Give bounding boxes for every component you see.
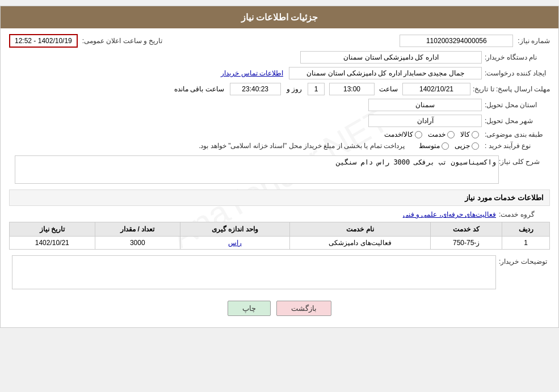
buttons-row: بازگشت چاپ bbox=[9, 295, 550, 322]
services-section-title: اطلاعات خدمات مورد نیاز bbox=[9, 189, 550, 206]
buyer-org-value: اداره کل دامپزشکی استان سمنان bbox=[300, 51, 482, 64]
category-radio-group: کالا خدمت کالا/خدمت bbox=[384, 130, 479, 138]
purchase-partial-label: جزیی bbox=[455, 142, 470, 150]
purchase-note: پرداخت تمام یا بخشی از مبلغ خریداز محل "… bbox=[199, 142, 405, 150]
deadline-days-value: 1 bbox=[308, 83, 325, 95]
table-header-qty: تعداد / مقدار bbox=[95, 222, 180, 237]
days-label: روز و bbox=[287, 85, 302, 93]
announce-date-value: 1402/10/19 - 12:52 bbox=[9, 34, 78, 48]
purchase-partial-option[interactable]: جزیی bbox=[455, 142, 479, 150]
hours-remaining-label: ساعت باقی مانده bbox=[174, 85, 224, 93]
deadline-remaining-value: 23:40:23 bbox=[230, 83, 281, 95]
category-both-radio[interactable] bbox=[415, 131, 422, 138]
need-desc-textarea[interactable] bbox=[15, 155, 499, 184]
purchase-type-label: نوع فرآیند خرید : bbox=[482, 142, 550, 150]
time-label: ساعت bbox=[379, 85, 398, 93]
province-label: استان محل تحویل: bbox=[482, 101, 550, 109]
back-button[interactable]: بازگشت bbox=[276, 301, 331, 316]
category-both-label: کالا/خدمت bbox=[384, 130, 413, 138]
purchase-type-radio-group: جزیی متوسط bbox=[419, 142, 479, 150]
category-goods-radio[interactable] bbox=[472, 131, 479, 138]
buyer-org-label: نام دستگاه خریدار: bbox=[482, 53, 550, 61]
need-number-label: شماره نیاز: bbox=[518, 37, 550, 45]
deadline-date-value: 1402/10/21 bbox=[402, 83, 470, 95]
need-number-value: 1102003294000056 bbox=[400, 35, 513, 47]
purchase-partial-radio[interactable] bbox=[472, 142, 479, 150]
table-header-date: تاریخ نیاز bbox=[10, 222, 95, 237]
page-title: جزئیات اطلاعات نیاز bbox=[241, 12, 318, 22]
table-header-row: ردیف bbox=[502, 222, 550, 237]
buyer-notes-textarea[interactable] bbox=[12, 255, 496, 289]
category-both-option[interactable]: کالا/خدمت bbox=[384, 130, 422, 138]
service-group-value[interactable]: فعالیت‌های حرفه‌ای، علمی و فنی bbox=[403, 210, 496, 218]
creator-label: ایجاد کننده درخواست: bbox=[482, 69, 550, 77]
category-service-radio[interactable] bbox=[447, 131, 455, 138]
service-group-label: گروه خدمت: bbox=[499, 210, 550, 218]
contact-info-link[interactable]: اطلاعات تماس خریدار bbox=[221, 69, 283, 77]
table-header-name: نام خدمت bbox=[289, 222, 431, 237]
city-value: آرادان bbox=[368, 115, 482, 127]
purchase-medium-label: متوسط bbox=[419, 142, 440, 150]
category-goods-label: کالا bbox=[460, 130, 470, 138]
need-desc-label: شرح کلی نیاز: bbox=[499, 155, 550, 166]
deadline-time-value: 13:00 bbox=[329, 83, 375, 95]
creator-value: جمال مجیدی حسابدار اداره کل دامپزشکی است… bbox=[289, 67, 482, 79]
table-header-code: کد خدمت bbox=[431, 222, 502, 237]
buyer-notes-label: توضیحات خریدار: bbox=[499, 255, 550, 265]
print-button[interactable]: چاپ bbox=[228, 301, 271, 316]
announce-date-label: تاریخ و ساعت اعلان عمومی: bbox=[82, 37, 163, 45]
table-row: 1ز-75-750فعالیت‌های دامپزشکیراس30001402/… bbox=[10, 237, 550, 250]
category-service-option[interactable]: خدمت bbox=[428, 130, 455, 138]
category-goods-option[interactable]: کالا bbox=[460, 130, 479, 138]
services-table: ردیف کد خدمت نام خدمت واحد اندازه گیری ت… bbox=[9, 222, 550, 250]
category-service-label: خدمت bbox=[428, 130, 445, 138]
city-label: شهر محل تحویل: bbox=[482, 117, 550, 125]
purchase-medium-option[interactable]: متوسط bbox=[419, 142, 449, 150]
page-header: جزئیات اطلاعات نیاز bbox=[1, 6, 558, 28]
category-label: طبقه بندی موضوعی: bbox=[482, 130, 550, 138]
purchase-medium-radio[interactable] bbox=[442, 142, 449, 150]
deadline-label: مهلت ارسال پاسخ: تا تاریخ: bbox=[473, 85, 550, 93]
table-header-unit: واحد اندازه گیری bbox=[180, 222, 289, 237]
province-value: سمنان bbox=[368, 99, 482, 111]
